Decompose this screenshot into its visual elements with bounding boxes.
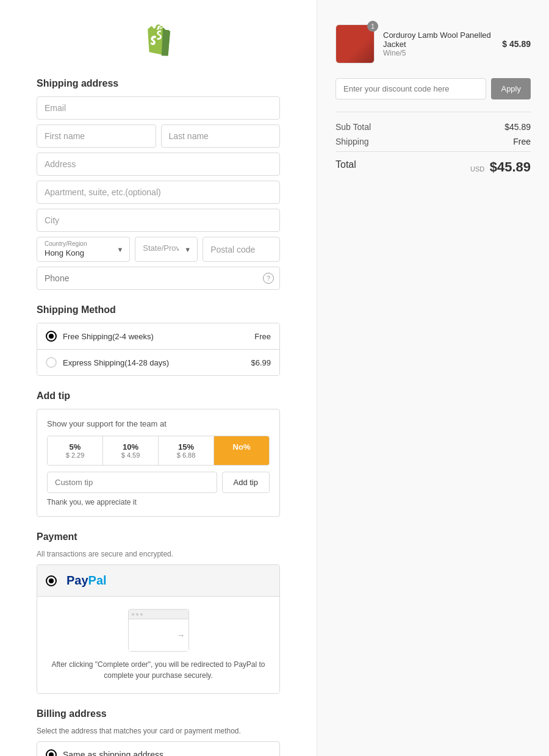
tip-15-amt: $ 6.88 (162, 452, 210, 459)
total-currency: USD (470, 165, 484, 173)
email-group (37, 96, 280, 120)
subtotal-label: Sub Total (336, 122, 371, 132)
shipping-row: Shipping Free (336, 137, 531, 146)
payment-content: → After clicking "Complete order", you w… (37, 597, 279, 693)
paypal-radio[interactable] (46, 575, 57, 586)
subtotal-row: Sub Total $45.89 (336, 122, 531, 132)
add-tip-section: Add tip Show your support for the team a… (37, 391, 280, 517)
tip-description: Show your support for the team at (47, 419, 270, 428)
tip-5-amt: $ 2.29 (51, 452, 99, 459)
country-select[interactable]: Hong Kong (37, 237, 129, 261)
tip-box: Show your support for the team at 5% $ 2… (37, 409, 280, 517)
product-price: $ 45.89 (502, 39, 531, 49)
phone-input[interactable] (37, 267, 280, 290)
name-group (37, 124, 280, 148)
address-group (37, 153, 280, 176)
tip-option-no[interactable]: No% (214, 436, 269, 465)
shipping-address-section: Shipping address (37, 78, 280, 290)
subtotal-value: $45.89 (504, 122, 531, 132)
tip-10-amt: $ 4.59 (107, 452, 154, 459)
product-variant: Wine/5 (383, 49, 493, 57)
shipping-options-list: Free Shipping(2-4 weeks) Free Express Sh… (37, 323, 280, 376)
browser-dot-1 (132, 613, 134, 616)
shipping-method-section: Shipping Method Free Shipping(2-4 weeks)… (37, 304, 280, 376)
order-summary: Sub Total $45.89 Shipping Free Total USD… (336, 112, 531, 175)
apt-group (37, 181, 280, 204)
browser-dot-2 (136, 613, 138, 616)
shipping-value: Free (513, 137, 531, 146)
tip-10-pct: 10% (107, 442, 154, 452)
payment-title: Payment (37, 531, 280, 542)
apply-discount-button[interactable]: Apply (491, 78, 531, 99)
tip-option-5[interactable]: 5% $ 2.29 (48, 436, 103, 465)
shipping-option-free[interactable]: Free Shipping(2-4 weeks) Free (37, 323, 279, 350)
browser-bar (129, 610, 188, 619)
tip-custom-row: Add tip (47, 472, 270, 493)
payment-box: PayPal → After clicking "Com (37, 564, 280, 694)
total-label: Total (336, 159, 356, 175)
tip-options-list: 5% $ 2.29 10% $ 4.59 15% $ 6.88 No% (47, 436, 270, 466)
tip-option-15[interactable]: 15% $ 6.88 (159, 436, 214, 465)
product-quantity-badge: 1 (367, 21, 378, 32)
first-name-input[interactable] (37, 124, 156, 148)
tip-thanks-text: Thank you, we appreciate it (47, 498, 270, 506)
discount-input[interactable] (336, 78, 486, 99)
address-input[interactable] (37, 153, 280, 176)
shipping-option-express[interactable]: Express Shipping(14-28 days) $6.99 (37, 350, 279, 375)
phone-group: ? (37, 267, 280, 290)
email-input[interactable] (37, 96, 280, 120)
billing-option-same[interactable]: Same as shipping address (37, 742, 279, 756)
shipping-label: Shipping (336, 137, 369, 146)
total-row: Total USD $45.89 (336, 151, 531, 175)
custom-tip-input[interactable] (47, 472, 217, 493)
browser-body: → (129, 619, 188, 651)
payment-subtitle: All transactions are secure and encrypte… (37, 550, 280, 558)
shipping-free-label: Free Shipping(2-4 weeks) (63, 332, 254, 341)
shipping-express-price: $6.99 (251, 358, 271, 367)
paypal-logo-icon: PayPal (66, 574, 107, 588)
city-input[interactable] (37, 209, 280, 232)
logo-area (37, 24, 280, 60)
shipping-address-title: Shipping address (37, 78, 280, 89)
shopify-logo-icon (143, 24, 174, 58)
billing-options-list: Same as shipping address Use a different… (37, 741, 280, 756)
phone-help-icon[interactable]: ? (263, 273, 274, 284)
order-summary-panel: 1 Corduroy Lamb Wool Panelled Jacket Win… (317, 0, 549, 756)
billing-same-label: Same as shipping address (63, 750, 163, 756)
apt-input[interactable] (37, 181, 280, 204)
shipping-express-radio[interactable] (46, 357, 57, 368)
tip-option-10[interactable]: 10% $ 4.59 (103, 436, 159, 465)
region-group: Country/Region Hong Kong ▼ State/Provinc… (37, 237, 280, 262)
tip-5-pct: 5% (51, 442, 99, 452)
paypal-option[interactable]: PayPal (37, 565, 279, 597)
add-tip-title: Add tip (37, 391, 280, 401)
billing-address-section: Billing address Select the address that … (37, 708, 280, 756)
add-tip-button[interactable]: Add tip (222, 472, 270, 493)
total-amount: $45.89 (490, 159, 531, 175)
state-select[interactable]: State/Province (135, 237, 197, 259)
city-group (37, 209, 280, 232)
shipping-method-title: Shipping Method (37, 304, 280, 315)
shipping-express-label: Express Shipping(14-28 days) (63, 358, 251, 367)
product-image-wrap: 1 (336, 24, 375, 63)
product-name: Corduroy Lamb Wool Panelled Jacket (383, 31, 493, 49)
shipping-free-price: Free (254, 332, 271, 341)
postal-input[interactable] (203, 237, 280, 262)
country-select-wrapper: Country/Region Hong Kong ▼ (37, 237, 130, 262)
total-value-wrap: USD $45.89 (470, 159, 531, 175)
billing-address-title: Billing address (37, 708, 280, 719)
browser-mockup-icon: → (128, 609, 189, 652)
browser-dot-3 (140, 613, 143, 616)
tip-15-pct: 15% (162, 442, 210, 452)
billing-subtitle: Select the address that matches your car… (37, 727, 280, 735)
billing-same-radio[interactable] (46, 749, 57, 756)
shipping-free-radio[interactable] (46, 331, 57, 342)
payment-section: Payment All transactions are secure and … (37, 531, 280, 694)
payment-redirect-text: After clicking "Complete order", you wil… (49, 659, 267, 681)
product-row: 1 Corduroy Lamb Wool Panelled Jacket Win… (336, 24, 531, 63)
last-name-input[interactable] (161, 124, 281, 148)
state-select-wrapper: State/Province ▼ (135, 237, 198, 262)
tip-no-pct: No% (218, 442, 265, 452)
product-info: Corduroy Lamb Wool Panelled Jacket Wine/… (383, 31, 493, 57)
discount-row: Apply (336, 78, 531, 99)
